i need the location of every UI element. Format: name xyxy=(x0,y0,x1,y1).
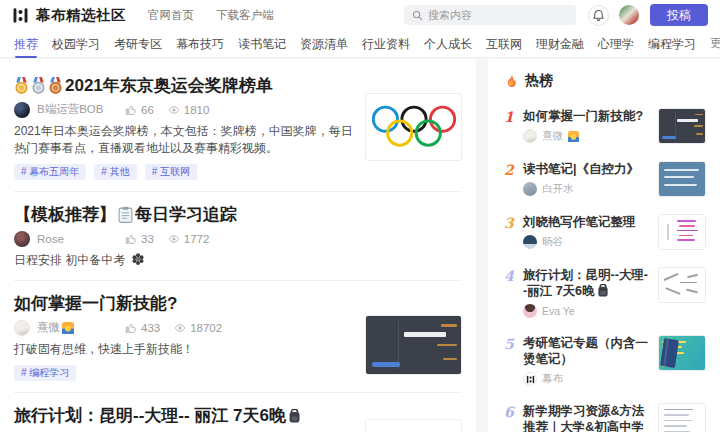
author-avatar[interactable] xyxy=(14,231,30,247)
author-avatar xyxy=(523,304,537,318)
tag-programming[interactable]: # 编程学习 xyxy=(14,365,76,381)
hot-item-4[interactable]: 4 旅行计划：昆明--大理--丽江 7天6晚 Eva Ye xyxy=(504,267,706,318)
hot-item-author: Eva Ye xyxy=(523,304,650,318)
search-box[interactable] xyxy=(404,5,576,25)
olympic-rings-icon xyxy=(369,101,459,153)
hot-item-thumbnail xyxy=(658,161,706,197)
like-count: 33 xyxy=(125,233,154,245)
hot-item-thumbnail xyxy=(658,403,706,432)
author-name[interactable]: 熹微 xyxy=(37,320,125,335)
like-icon xyxy=(125,322,137,334)
tab-kaoyan-zone[interactable]: 考研专区 xyxy=(114,30,162,58)
author-avatar xyxy=(523,182,537,196)
like-count: 433 xyxy=(125,322,160,334)
tab-psychology[interactable]: 心理学 xyxy=(598,30,634,58)
hot-item-1[interactable]: 1 如何掌握一门新技能? 熹微 xyxy=(504,108,706,144)
post-meta: Rose 33 1772 xyxy=(14,231,462,246)
brand-title: 幕布精选社区 xyxy=(36,6,126,25)
hot-item-title: 新学期学习资源&方法推荐｜大学&初高中学霸秘籍 xyxy=(523,403,650,432)
user-avatar[interactable] xyxy=(619,5,639,25)
tab-recommend[interactable]: 推荐 xyxy=(14,30,38,58)
post-tags: # 幕布五周年 # 其他 # 互联网 xyxy=(14,164,462,180)
backpack-icon xyxy=(288,409,301,423)
notifications-button[interactable] xyxy=(588,5,609,26)
hot-item-thumbnail xyxy=(658,214,706,250)
hot-item-title: 考研笔记专题（内含一烫笔记） xyxy=(523,335,650,367)
post-travel-plan: 旅行计划：昆明--大理-- 丽江 7天6晚 xyxy=(14,393,462,426)
post-excerpt: 2021年日本奥运会奖牌榜，本文包括：奖牌榜，中国奖牌，每日热门赛事看点，直播观… xyxy=(14,123,356,157)
rank-badge: 6 xyxy=(504,403,519,432)
mubu-community-page: 幕布精选社区 官网首页 下载客户端 投稿 推荐 校园学习 考研专区 幕布技巧 读… xyxy=(0,0,720,432)
views-icon xyxy=(168,233,180,245)
tab-finance[interactable]: 理财金融 xyxy=(536,30,584,58)
tag-other[interactable]: # 其他 xyxy=(94,164,136,180)
tag-internet[interactable]: # 互联网 xyxy=(145,164,197,180)
post-thumbnail-mindmap[interactable] xyxy=(365,419,462,432)
tab-personal-growth[interactable]: 个人成长 xyxy=(424,30,472,58)
link-download-client[interactable]: 下载客户端 xyxy=(216,8,274,23)
fire-icon xyxy=(504,73,519,89)
hot-item-title: 如何掌握一门新技能? xyxy=(523,108,650,124)
tag-mubu-5th-anniversary[interactable]: # 幕布五周年 xyxy=(14,164,86,180)
author-avatar[interactable] xyxy=(14,320,30,336)
tab-resource-list[interactable]: 资源清单 xyxy=(300,30,348,58)
post-master-new-skill: 如何掌握一门新技能? 熹微 433 xyxy=(14,281,462,393)
post-title-text: 旅行计划：昆明--大理-- 丽江 7天6晚 xyxy=(14,405,286,426)
tab-programming[interactable]: 编程学习 xyxy=(648,30,696,58)
view-count: 1810 xyxy=(168,104,210,116)
post-thumbnail-dark-app[interactable] xyxy=(365,315,462,375)
post-feed: 2021年东京奥运会奖牌榜单 B端运营BOB 66 1810 2021年日本奥运… xyxy=(0,59,476,432)
tab-industry-material[interactable]: 行业资料 xyxy=(362,30,410,58)
bell-icon xyxy=(592,9,605,22)
post-thumbnail-olympic-rings[interactable] xyxy=(365,93,462,161)
hot-item-thumbnail xyxy=(658,108,706,144)
rank-badge: 1 xyxy=(504,108,519,144)
post-daily-study-tracker: 【模板推荐】 每日学习追踪 Rose 33 xyxy=(14,192,462,281)
hot-item-2[interactable]: 2 读书笔记|《自控力》 白开水 xyxy=(504,161,706,197)
author-avatar-mubu-logo xyxy=(523,372,537,386)
hot-item-thumbnail xyxy=(658,335,706,371)
rank-badge: 3 xyxy=(504,214,519,250)
like-count: 66 xyxy=(125,104,154,116)
link-official-home[interactable]: 官网首页 xyxy=(148,8,194,23)
top-header: 幕布精选社区 官网首页 下载客户端 投稿 xyxy=(0,0,720,30)
rank-badge: 5 xyxy=(504,335,519,386)
hot-item-thumbnail xyxy=(658,267,706,303)
clipboard-icon xyxy=(118,206,133,223)
search-input[interactable] xyxy=(428,9,568,21)
dark-app-screenshot xyxy=(366,316,461,374)
rank-badge: 2 xyxy=(504,161,519,197)
hot-item-author: 幕布 xyxy=(523,372,650,386)
like-icon xyxy=(125,104,137,116)
medal-gold-icon xyxy=(14,77,29,94)
sunrise-icon xyxy=(62,322,74,334)
view-count: 18702 xyxy=(174,322,222,334)
post-title-text: 每日学习追踪 xyxy=(135,204,237,225)
category-tabbar: 推荐 校园学习 考研专区 幕布技巧 读书笔记 资源清单 行业资料 个人成长 互联… xyxy=(0,30,720,58)
search-icon xyxy=(412,10,423,21)
tab-reading-notes[interactable]: 读书笔记 xyxy=(238,30,286,58)
author-avatar[interactable] xyxy=(14,102,30,118)
backpack-icon xyxy=(597,284,609,297)
post-title[interactable]: 【模板推荐】 每日学习追踪 xyxy=(14,204,462,225)
hot-list-panel: 热榜 1 如何掌握一门新技能? 熹微 2 xyxy=(488,59,720,432)
medal-bronze-icon xyxy=(48,77,63,94)
author-name[interactable]: B端运营BOB xyxy=(37,102,125,117)
submit-post-button[interactable]: 投稿 xyxy=(650,4,708,26)
post-excerpt: 打破固有思维，快速上手新技能！ xyxy=(14,341,356,358)
post-title[interactable]: 如何掌握一门新技能? xyxy=(14,293,462,314)
mubu-logo-icon xyxy=(12,7,29,24)
more-tabs-dropdown[interactable]: 更多 ▾ xyxy=(710,35,720,52)
view-count: 1772 xyxy=(168,233,210,245)
hot-item-5[interactable]: 5 考研笔记专题（内含一烫笔记） 幕布 xyxy=(504,335,706,386)
post-title-text: 2021年东京奥运会奖牌榜单 xyxy=(65,75,273,96)
tab-internet[interactable]: 互联网 xyxy=(486,30,522,58)
tab-mubu-tips[interactable]: 幕布技巧 xyxy=(176,30,224,58)
hot-item-3[interactable]: 3 刘晓艳写作笔记整理 旸谷 xyxy=(504,214,706,250)
post-title-prefix: 【模板推荐】 xyxy=(14,204,116,225)
author-name[interactable]: Rose xyxy=(37,233,125,245)
post-title-text: 如何掌握一门新技能? xyxy=(14,293,177,314)
hot-item-6[interactable]: 6 新学期学习资源&方法推荐｜大学&初高中学霸秘籍 加油鸭 xyxy=(504,403,706,432)
tab-campus-study[interactable]: 校园学习 xyxy=(52,30,100,58)
hot-item-title: 刘晓艳写作笔记整理 xyxy=(523,214,650,230)
